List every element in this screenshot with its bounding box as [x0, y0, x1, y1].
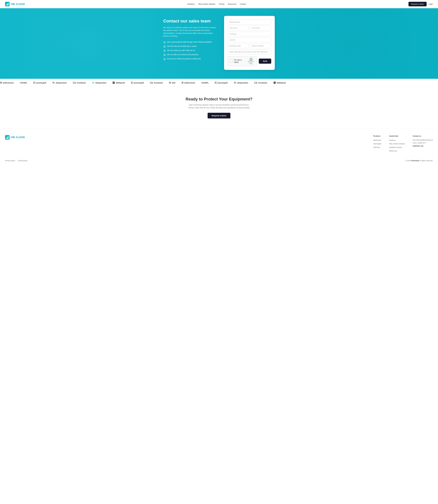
cookie-policy-link[interactable]: Cookie policy — [18, 160, 27, 162]
check-icon-5 — [163, 58, 166, 60]
checklist-label-3: We can assist you with initial set up — [167, 49, 195, 51]
recaptcha-icon: 🔄 — [250, 58, 252, 60]
footer-vibanalyse-link[interactable]: VibAnalyse — [373, 143, 382, 145]
footer-contact-phone: (+61) 2 8006 2577 — [413, 142, 433, 144]
footer-top: VIBCLOUD Products VibeCheck VibAnalyse V… — [5, 135, 433, 152]
svg-point-29 — [255, 83, 255, 84]
cta-request-demo-button[interactable]: Request a demo — [208, 113, 230, 118]
recaptcha-checkbox[interactable] — [230, 60, 232, 63]
logo-go3pl-dup: =GO3PL — [201, 82, 209, 84]
logos-strip: wellconnect =GO3PL journeyjolt Jamjuncti… — [0, 79, 438, 87]
footer-products-col: Products VibeCheck VibAnalyse VibCloud — [373, 135, 382, 152]
svg-point-20 — [152, 83, 153, 84]
challenge-field-wrapper — [228, 49, 271, 54]
footer-contact-email: info+vibcloud@itnnovate.eu — [413, 139, 433, 141]
checklist-item-1: Get a personalized walk-through of the V… — [163, 41, 217, 44]
checklist-label-4: We can offer you industry best practices — [167, 54, 199, 56]
nav-resources[interactable]: Resources — [228, 3, 236, 5]
logo-go3pl: =GO3PL — [20, 82, 27, 84]
svg-point-19 — [150, 83, 151, 84]
checklist-item-3: We can assist you with initial set up — [163, 49, 217, 52]
recaptcha-logo: 🔄 reCAPTCHA Privacy - Terms — [247, 58, 255, 64]
recaptcha-box[interactable]: I'm not a robot 🔄 reCAPTCHA Privacy - Te… — [228, 56, 257, 66]
svg-point-22 — [170, 82, 170, 83]
nav-pricing[interactable]: Pricing — [219, 3, 224, 5]
footer-cols: Products VibeCheck VibAnalyse VibCloud U… — [41, 135, 433, 152]
footer-contact-us-link[interactable]: CONTACT US — [413, 145, 423, 147]
request-demo-input[interactable] — [228, 20, 271, 24]
name-row — [228, 26, 271, 30]
footer-vibcloud-link[interactable]: VibCloud — [373, 146, 380, 148]
phone-input[interactable] — [250, 44, 271, 48]
svg-rect-2 — [7, 4, 7, 6]
svg-point-24 — [182, 82, 183, 83]
svg-point-30 — [256, 83, 257, 84]
hero-checklist: Get a personalized walk-through of the V… — [163, 41, 217, 60]
svg-rect-1 — [6, 5, 7, 6]
footer-why-monitor-link[interactable]: Why monitor vibration — [389, 143, 405, 145]
logo-truckwise-dup: Truckwise — [254, 82, 267, 84]
hero-section: Contact our sales team We value our cust… — [0, 8, 438, 79]
svg-point-12 — [75, 83, 76, 84]
svg-rect-3 — [8, 3, 8, 6]
company-field-wrapper — [228, 32, 271, 36]
first-name-input[interactable] — [228, 26, 249, 30]
check-icon-4 — [163, 54, 166, 56]
footer-academic-link[interactable]: Academic license — [389, 146, 402, 148]
business-email-input[interactable] — [228, 44, 249, 48]
nav-solutions[interactable]: Solutions — [187, 3, 195, 5]
request-demo-field-wrapper — [228, 20, 271, 24]
itnnovate-link[interactable]: ITnnovate — [411, 160, 419, 162]
logo-jamjunction2: Jamjunction — [92, 81, 106, 84]
logo-skillsprint-dup: Skillsprint — [273, 81, 286, 84]
svg-rect-17 — [131, 82, 133, 83]
check-icon-3 — [163, 49, 166, 52]
hero-description: We value our customers opinion and respe… — [163, 26, 217, 38]
recaptcha-sub-text: Privacy - Terms — [247, 62, 255, 64]
svg-rect-18 — [131, 82, 132, 83]
footer-products-heading: Products — [373, 135, 382, 137]
footer-vibecheck-link[interactable]: VibeCheck — [373, 139, 381, 141]
last-name-input[interactable] — [250, 26, 271, 30]
footer-bottom: Privacy policy Cookie policy © 2024 ITnn… — [5, 157, 433, 162]
logo-wellconnect2: well — [169, 82, 175, 84]
nav-links: Solutions Why monitor vibration Pricing … — [187, 3, 246, 5]
hero-content: Contact our sales team We value our cust… — [163, 16, 217, 60]
svg-point-10 — [53, 82, 55, 83]
challenge-input[interactable] — [228, 49, 271, 54]
nav-why-monitor[interactable]: Why monitor vibration — [198, 3, 215, 5]
privacy-policy-link[interactable]: Privacy policy — [5, 160, 15, 162]
send-button[interactable]: Send — [259, 59, 271, 64]
footer-logo[interactable]: VIBCLOUD — [5, 135, 33, 140]
svg-rect-34 — [6, 138, 7, 139]
cta-section: Ready to Protect Your Equipment? Start m… — [0, 87, 438, 129]
contact-form-card: I'm not a robot 🔄 reCAPTCHA Privacy - Te… — [224, 16, 275, 70]
nav-contact[interactable]: Contact — [240, 3, 246, 5]
footer-products-list: VibeCheck VibAnalyse VibCloud — [373, 139, 382, 148]
svg-rect-35 — [7, 137, 7, 139]
svg-rect-7 — [33, 82, 35, 83]
check-icon-2 — [163, 45, 166, 48]
checklist-label-5: Get all your VibCloud questions addresse… — [167, 58, 201, 60]
nav-logo-vib: VIB — [11, 3, 15, 6]
nav-login-button[interactable]: Login — [429, 3, 433, 5]
footer-features-link[interactable]: Features — [389, 139, 395, 141]
job-title-input[interactable] — [228, 38, 271, 42]
nav-request-demo-button[interactable]: Request a demo — [408, 2, 427, 6]
checklist-label-1: Get a personalized walk-through of the V… — [167, 41, 212, 43]
footer-useful-links-heading: Useful links — [389, 135, 405, 137]
checklist-item-2: See the web and mobile app in action — [163, 45, 217, 48]
checklist-item-5: Get all your VibCloud questions addresse… — [163, 58, 217, 60]
footer-contact-heading: Contact us — [413, 135, 433, 137]
footer: VIBCLOUD Products VibeCheck VibAnalyse V… — [0, 129, 438, 164]
logo-wellconnect-dup: wellconnect — [182, 82, 195, 84]
job-title-field-wrapper — [228, 38, 271, 42]
logo-truckwise: Truckwise — [73, 82, 86, 84]
hero-heading: Contact our sales team — [163, 18, 217, 23]
logo-jamjunction-dup: Jamjunction — [234, 81, 248, 84]
nav-logo[interactable]: VIBCLOUD — [5, 2, 25, 6]
footer-resources-link[interactable]: Resources — [389, 150, 397, 152]
footer-logo-vib: VIB — [11, 136, 15, 139]
company-input[interactable] — [228, 32, 271, 36]
checklist-label-2: See the web and mobile app in action — [167, 45, 197, 47]
